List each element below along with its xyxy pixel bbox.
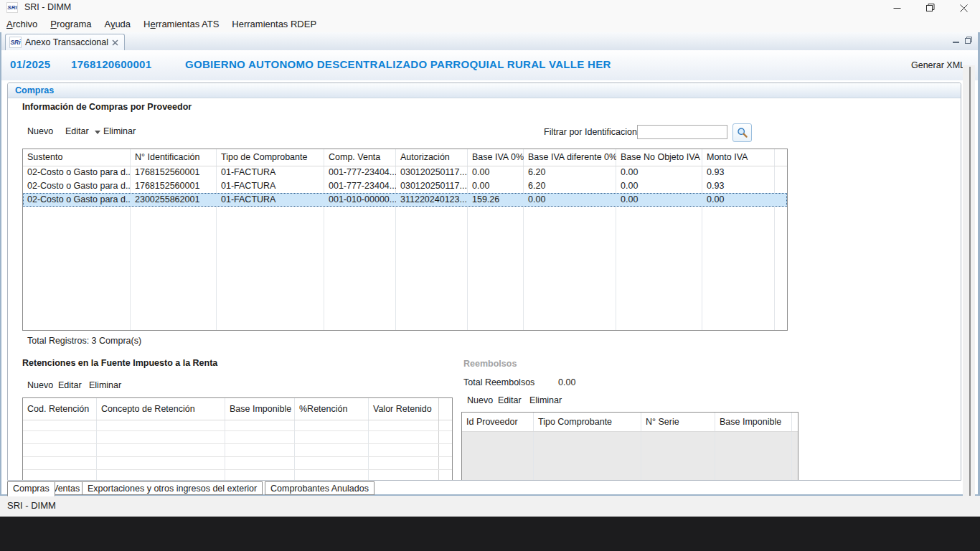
- document-tab-bar: SRi Anexo Transaccional: [1, 32, 978, 51]
- bottom-tab-exportaciones[interactable]: Exportaciones y otros ingresos del exter…: [82, 481, 263, 495]
- menu-item-ayuda[interactable]: Ayuda: [98, 16, 137, 32]
- row-divider: [23, 456, 452, 457]
- cell: 030120250117...: [396, 179, 468, 193]
- column-header: %Retención: [295, 398, 369, 420]
- cell: 0.00: [616, 166, 702, 179]
- editar-button[interactable]: Editar: [65, 126, 89, 136]
- reembolsos-total-value: 0.00: [558, 377, 575, 387]
- column-header: Comp. Venta: [324, 149, 396, 166]
- column-header: Base Imponible: [715, 413, 792, 431]
- table-row[interactable]: 02-Costo o Gasto para d...17681525600010…: [23, 166, 787, 179]
- cell: 0.00: [468, 179, 524, 193]
- close-button[interactable]: [947, 0, 980, 16]
- column-header: Tipo de Comprobante: [217, 149, 324, 166]
- sri-logo-icon: SRi: [6, 2, 18, 13]
- reembolsos-nuevo-button[interactable]: Nuevo: [467, 395, 493, 405]
- scrollbar-column-separator: [438, 398, 439, 481]
- tab-anexo-transaccional[interactable]: SRi Anexo Transaccional: [5, 34, 125, 50]
- cell: 001-777-23404...: [324, 179, 396, 193]
- bottom-tab-bar: ComprasVentasExportaciones y otros ingre…: [1, 481, 978, 496]
- declaration-header: 01/2025 1768120600001 GOBIERNO AUTONOMO …: [1, 50, 978, 80]
- mdi-minimize-icon[interactable]: [950, 35, 961, 45]
- status-bar: SRI - DIMM: [0, 496, 980, 517]
- status-text: SRI - DIMM: [7, 500, 56, 511]
- cell: 6.20: [524, 166, 616, 179]
- tab-close-icon[interactable]: [112, 39, 118, 46]
- reembolsos-title: Reembolsos: [463, 359, 517, 369]
- title-bar: SRi SRI - DIMM: [0, 0, 980, 16]
- eliminar-button[interactable]: Eliminar: [103, 126, 136, 136]
- editar-dropdown-icon[interactable]: [95, 131, 100, 134]
- taskbar: 16° Búsqueda XWSRi ESP LAA: [0, 517, 980, 551]
- column-header: N° Serie: [641, 413, 715, 431]
- minimize-button[interactable]: [880, 0, 913, 16]
- reembolsos-table: Id ProveedorTipo ComprobanteN° SerieBase…: [461, 412, 798, 481]
- column-header: Monto IVA: [702, 149, 775, 166]
- mdi-frame: SRi Anexo Transaccional 01/2025 17681206…: [0, 32, 980, 496]
- bottom-tab-compras[interactable]: Compras: [7, 481, 55, 496]
- cell: 1768152560001: [131, 179, 217, 193]
- cell: 0.00: [468, 166, 524, 179]
- retenciones-eliminar-button[interactable]: Eliminar: [89, 380, 121, 390]
- disabled-table-body: [462, 431, 798, 481]
- restore-button[interactable]: [914, 0, 947, 16]
- compras-panel: Compras Información de Compras por Prove…: [7, 83, 961, 481]
- reembolsos-total-label: Total Reembolsos: [463, 377, 534, 387]
- retenciones-title: Retenciones en la Fuente Impuesto a la R…: [22, 358, 217, 368]
- header-divider: [462, 431, 798, 432]
- menu-bar: ArchivoProgramaAyudaHerramientas ATSHerr…: [0, 16, 980, 32]
- cell: 01-FACTURA: [217, 166, 324, 179]
- filter-input[interactable]: [637, 125, 727, 139]
- generar-xml-button[interactable]: Generar XML: [911, 60, 965, 70]
- column-header: Autorización: [396, 149, 468, 166]
- nuevo-button[interactable]: Nuevo: [27, 126, 53, 136]
- total-registros: Total Registros: 3 Compra(s): [27, 336, 141, 346]
- column-header: Tipo Comprobante: [534, 413, 641, 431]
- retenciones-table[interactable]: Cod. RetenciónConcepto de RetenciónBase …: [22, 397, 453, 481]
- sri-logo-icon: SRi: [9, 37, 22, 48]
- panel-title: Compras: [8, 83, 961, 98]
- menu-item-herramientas-ats[interactable]: Herramientas ATS: [137, 16, 225, 32]
- cell: 01-FACTURA: [217, 193, 324, 207]
- table-row[interactable]: 02-Costo o Gasto para d...17681525600010…: [23, 179, 787, 193]
- compras-table[interactable]: SustentoN° IdentificaciónTipo de Comprob…: [22, 149, 788, 331]
- cell: 001-010-00000...: [324, 193, 396, 207]
- column-header: Id Proveedor: [462, 413, 534, 431]
- cell: 159.26: [468, 193, 524, 207]
- menu-item-programa[interactable]: Programa: [44, 16, 98, 32]
- filter-label: Filtrar por Identificacion:: [544, 127, 639, 137]
- column-header: Base No Objeto IVA: [616, 149, 702, 166]
- menu-item-archivo[interactable]: Archivo: [0, 16, 44, 32]
- column-header: Base IVA diferente 0%: [524, 149, 616, 166]
- cell: 02-Costo o Gasto para d...: [23, 179, 131, 193]
- cell: 0.00: [616, 193, 702, 207]
- retenciones-nuevo-button[interactable]: Nuevo: [27, 380, 53, 390]
- vertical-scrollbar[interactable]: [963, 65, 975, 512]
- column-header: Base Imponible: [225, 398, 295, 420]
- column-header: Concepto de Retención: [97, 398, 225, 420]
- bottom-tab-comprobantes[interactable]: Comprobantes Anulados: [265, 481, 374, 495]
- row-divider: [23, 443, 452, 444]
- filter-search-button[interactable]: [732, 123, 752, 142]
- cell: 311220240123...: [396, 193, 468, 207]
- menu-item-herramientas-rdep[interactable]: Herramientas RDEP: [225, 16, 323, 32]
- row-divider: [23, 469, 452, 470]
- cell: 0.93: [702, 166, 775, 179]
- row-divider: [23, 430, 452, 431]
- retenciones-editar-button[interactable]: Editar: [58, 380, 82, 390]
- window-title: SRI - DIMM: [24, 2, 71, 12]
- column-header: Cod. Retención: [23, 398, 97, 420]
- header-divider: [23, 420, 452, 420]
- period: 01/2025: [10, 58, 50, 70]
- mdi-restore-icon[interactable]: [963, 35, 974, 45]
- reembolsos-eliminar-button[interactable]: Eliminar: [529, 395, 562, 405]
- reembolsos-editar-button[interactable]: Editar: [498, 395, 522, 405]
- cell: 6.20: [524, 179, 616, 193]
- cell: 001-777-23404...: [324, 166, 396, 179]
- cell: 0.00: [616, 179, 702, 193]
- section-title: Información de Compras por Proveedor: [22, 102, 192, 112]
- column-header: Sustento: [23, 149, 131, 166]
- column-header: Valor Retenido: [369, 398, 439, 420]
- cell: 1768152560001: [131, 166, 217, 179]
- table-row[interactable]: 02-Costo o Gasto para d...23002558620010…: [23, 193, 787, 207]
